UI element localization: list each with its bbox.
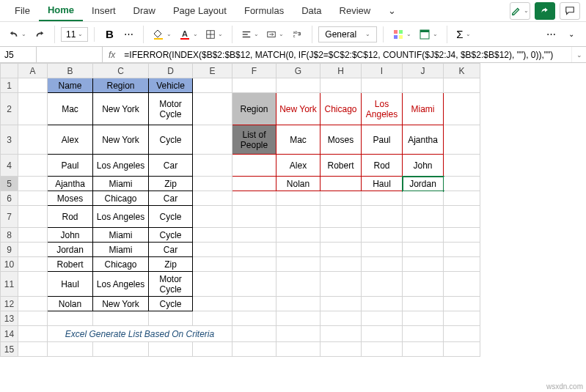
cell-J1[interactable]	[403, 78, 444, 93]
toolbar-more[interactable]: ⋯	[542, 26, 560, 43]
cell-H15[interactable]	[321, 342, 362, 357]
col-head-I[interactable]: I	[362, 64, 403, 78]
cell-E11[interactable]	[193, 272, 232, 297]
cell-G3[interactable]: Mac	[276, 125, 321, 155]
select-all-corner[interactable]	[1, 64, 18, 78]
cell-E7[interactable]	[193, 206, 232, 228]
cell-A15[interactable]	[18, 342, 48, 357]
cell-I7[interactable]	[362, 206, 403, 228]
cell-I15[interactable]	[362, 342, 403, 357]
cell-F4[interactable]	[232, 155, 276, 177]
cell-I13[interactable]	[362, 311, 403, 326]
tab-page-layout[interactable]: Page Layout	[164, 1, 235, 21]
cell-K13[interactable]	[444, 311, 480, 326]
cell-F15[interactable]	[232, 342, 276, 357]
cell-K15[interactable]	[444, 342, 480, 357]
cell-C6[interactable]: Chicago	[93, 191, 149, 206]
cell-G5[interactable]: Nolan	[276, 177, 321, 191]
cond-format-button[interactable]: ⌄	[389, 26, 414, 43]
name-box[interactable]: J5	[0, 47, 37, 62]
cell-H7[interactable]	[321, 206, 362, 228]
cell-E1[interactable]	[193, 78, 232, 93]
cell-A14[interactable]	[18, 326, 48, 342]
cell-A12[interactable]	[18, 297, 48, 311]
cell-H11[interactable]	[321, 272, 362, 297]
cell-B12[interactable]: Nolan	[48, 297, 93, 311]
cell-H9[interactable]	[321, 243, 362, 257]
tab-draw[interactable]: Draw	[125, 1, 164, 21]
cell-K9[interactable]	[444, 243, 480, 257]
row-head-9[interactable]: 9	[1, 243, 18, 257]
row-head-15[interactable]: 15	[1, 342, 18, 357]
cell-D5[interactable]: Zip	[149, 177, 193, 191]
cell-G14[interactable]	[276, 326, 321, 342]
cell-C4[interactable]: Los Angeles	[93, 155, 149, 177]
cell-G8[interactable]	[276, 228, 321, 243]
cell-J4[interactable]: John	[403, 155, 444, 177]
cell-H1[interactable]	[321, 78, 362, 93]
cell-K12[interactable]	[444, 297, 480, 311]
cell-G1[interactable]	[276, 78, 321, 93]
cell-I5[interactable]: Haul	[362, 177, 403, 191]
cell-E10[interactable]	[193, 257, 232, 272]
cell-E2[interactable]	[193, 93, 232, 125]
number-format-select[interactable]: General⌄	[318, 26, 377, 42]
cell-K4[interactable]	[444, 155, 480, 177]
cell-A10[interactable]	[18, 257, 48, 272]
font-size-input[interactable]: 11⌄	[61, 27, 88, 42]
more-font-button[interactable]: ⋯	[120, 26, 137, 43]
cell-J9[interactable]	[403, 243, 444, 257]
cell-I12[interactable]	[362, 297, 403, 311]
cell-I4[interactable]: Rod	[362, 155, 403, 177]
align-button[interactable]: ⌄	[238, 26, 262, 43]
pen-button[interactable]: ⌄	[510, 2, 530, 20]
cell-D2[interactable]: Motor Cycle	[149, 93, 193, 125]
row-head-5[interactable]: 5	[1, 177, 18, 191]
cell-G15[interactable]	[276, 342, 321, 357]
tab-insert[interactable]: Insert	[83, 1, 125, 21]
cell-B2[interactable]: Mac	[48, 93, 93, 125]
cell-G4[interactable]: Alex	[276, 155, 321, 177]
cell-E13[interactable]	[193, 311, 232, 326]
cell-C15[interactable]	[93, 342, 149, 357]
cell-G13[interactable]	[276, 311, 321, 326]
row-head-8[interactable]: 8	[1, 228, 18, 243]
col-head-C[interactable]: C	[93, 64, 149, 78]
cell-F12[interactable]	[232, 297, 276, 311]
cell-G11[interactable]	[276, 272, 321, 297]
cell-G9[interactable]	[276, 243, 321, 257]
cell-K10[interactable]	[444, 257, 480, 272]
share-button[interactable]	[535, 2, 555, 20]
cell-G6[interactable]	[276, 191, 321, 206]
cell-B1[interactable]: Name	[48, 78, 93, 93]
tab-formulas[interactable]: Formulas	[235, 1, 293, 21]
cell-A3[interactable]	[18, 125, 48, 155]
cell-C11[interactable]: Los Angeles	[93, 272, 149, 297]
cell-D13[interactable]	[149, 311, 193, 326]
cell-J3[interactable]: Ajantha	[403, 125, 444, 155]
cell-K6[interactable]	[444, 191, 480, 206]
cell-H8[interactable]	[321, 228, 362, 243]
cell-F5[interactable]	[232, 177, 276, 191]
cell-C13[interactable]	[93, 311, 149, 326]
tab-more[interactable]: ⌄	[379, 1, 405, 21]
autosum-button[interactable]: Σ⌄	[453, 26, 473, 43]
cell-H3[interactable]: Moses	[321, 125, 362, 155]
cell-A8[interactable]	[18, 228, 48, 243]
cell-B11[interactable]: Haul	[48, 272, 93, 297]
cell-E3[interactable]	[193, 125, 232, 155]
cell-B3[interactable]: Alex	[48, 125, 93, 155]
cell-G7[interactable]	[276, 206, 321, 228]
cell-B7[interactable]: Rod	[48, 206, 93, 228]
cell-J8[interactable]	[403, 228, 444, 243]
cell-E12[interactable]	[193, 297, 232, 311]
col-head-A[interactable]: A	[18, 64, 48, 78]
col-head-H[interactable]: H	[321, 64, 362, 78]
collapse-ribbon[interactable]: ⌄	[563, 26, 580, 43]
cell-J14[interactable]	[403, 326, 444, 342]
cell-K7[interactable]	[444, 206, 480, 228]
cell-C8[interactable]: Miami	[93, 228, 149, 243]
cell-G2[interactable]: New York	[276, 93, 321, 125]
cell-B4[interactable]: Paul	[48, 155, 93, 177]
cell-C12[interactable]: New York	[93, 297, 149, 311]
